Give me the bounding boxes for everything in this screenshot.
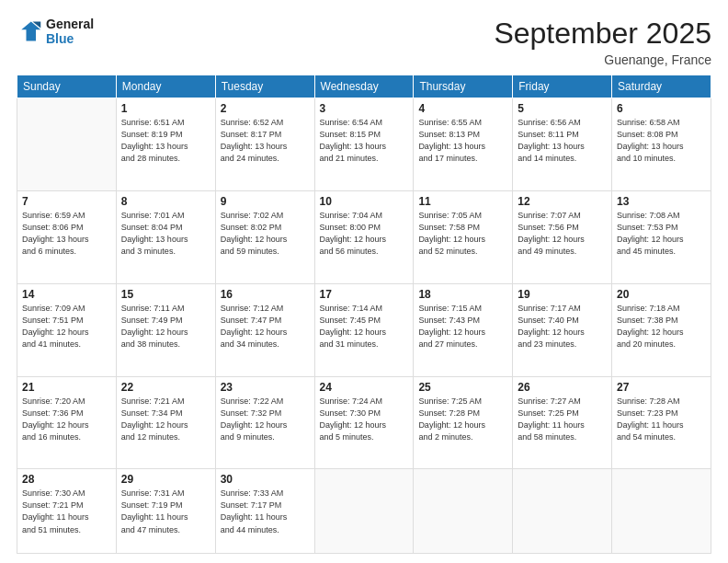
day-info: Sunrise: 7:33 AM Sunset: 7:17 PM Dayligh… — [221, 488, 310, 535]
day-info: Sunrise: 7:24 AM Sunset: 7:30 PM Dayligh… — [320, 396, 409, 443]
day-info: Sunrise: 7:05 AM Sunset: 7:58 PM Dayligh… — [418, 210, 507, 258]
day-number: 15 — [121, 288, 210, 301]
calendar-cell: 24Sunrise: 7:24 AM Sunset: 7:30 PM Dayli… — [314, 376, 414, 469]
weekday-header: Saturday — [612, 75, 711, 98]
day-number: 14 — [22, 288, 111, 301]
day-number: 6 — [617, 102, 706, 115]
day-info: Sunrise: 7:20 AM Sunset: 7:36 PM Dayligh… — [22, 396, 111, 443]
day-info: Sunrise: 6:52 AM Sunset: 8:17 PM Dayligh… — [221, 117, 310, 165]
calendar-cell: 18Sunrise: 7:15 AM Sunset: 7:43 PM Dayli… — [414, 283, 513, 376]
calendar-cell: 27Sunrise: 7:28 AM Sunset: 7:23 PM Dayli… — [612, 376, 711, 469]
calendar-cell: 29Sunrise: 7:31 AM Sunset: 7:19 PM Dayli… — [116, 469, 215, 554]
day-info: Sunrise: 7:27 AM Sunset: 7:25 PM Dayligh… — [518, 396, 607, 443]
day-info: Sunrise: 7:21 AM Sunset: 7:34 PM Dayligh… — [121, 396, 210, 443]
day-info: Sunrise: 6:58 AM Sunset: 8:08 PM Dayligh… — [617, 117, 706, 165]
day-number: 26 — [518, 381, 607, 394]
day-info: Sunrise: 7:11 AM Sunset: 7:49 PM Dayligh… — [121, 303, 210, 350]
day-info: Sunrise: 7:07 AM Sunset: 7:56 PM Dayligh… — [518, 210, 607, 258]
weekday-header: Wednesday — [314, 75, 414, 98]
weekday-header: Monday — [116, 75, 215, 98]
calendar-cell: 28Sunrise: 7:30 AM Sunset: 7:21 PM Dayli… — [17, 469, 117, 554]
day-number: 24 — [320, 381, 409, 394]
month-title: September 2025 — [494, 17, 711, 51]
day-info: Sunrise: 7:08 AM Sunset: 7:53 PM Dayligh… — [617, 210, 706, 258]
calendar-cell: 10Sunrise: 7:04 AM Sunset: 8:00 PM Dayli… — [314, 190, 414, 283]
day-number: 13 — [617, 195, 706, 208]
calendar-cell: 4Sunrise: 6:55 AM Sunset: 8:13 PM Daylig… — [414, 98, 513, 191]
title-block: September 2025 Guenange, France — [494, 17, 711, 67]
calendar-cell: 21Sunrise: 7:20 AM Sunset: 7:36 PM Dayli… — [17, 376, 117, 469]
day-number: 2 — [221, 102, 310, 115]
day-info: Sunrise: 7:04 AM Sunset: 8:00 PM Dayligh… — [320, 210, 409, 258]
day-info: Sunrise: 7:31 AM Sunset: 7:19 PM Dayligh… — [121, 488, 210, 535]
day-info: Sunrise: 7:30 AM Sunset: 7:21 PM Dayligh… — [22, 488, 111, 535]
calendar-cell: 25Sunrise: 7:25 AM Sunset: 7:28 PM Dayli… — [414, 376, 513, 469]
day-number: 18 — [418, 288, 507, 301]
day-number: 12 — [518, 195, 607, 208]
day-number: 17 — [320, 288, 409, 301]
day-number: 1 — [121, 102, 210, 115]
day-number: 25 — [418, 381, 507, 394]
calendar-cell: 16Sunrise: 7:12 AM Sunset: 7:47 PM Dayli… — [215, 283, 314, 376]
day-info: Sunrise: 7:22 AM Sunset: 7:32 PM Dayligh… — [221, 396, 310, 443]
day-info: Sunrise: 6:59 AM Sunset: 8:06 PM Dayligh… — [22, 210, 111, 258]
day-number: 11 — [418, 195, 507, 208]
day-number: 16 — [221, 288, 310, 301]
day-info: Sunrise: 6:51 AM Sunset: 8:19 PM Dayligh… — [121, 117, 210, 165]
day-number: 23 — [221, 381, 310, 394]
calendar-cell: 26Sunrise: 7:27 AM Sunset: 7:25 PM Dayli… — [513, 376, 612, 469]
day-info: Sunrise: 6:54 AM Sunset: 8:15 PM Dayligh… — [320, 117, 409, 165]
day-info: Sunrise: 7:28 AM Sunset: 7:23 PM Dayligh… — [617, 396, 706, 443]
day-info: Sunrise: 7:25 AM Sunset: 7:28 PM Dayligh… — [418, 396, 507, 443]
calendar-cell: 20Sunrise: 7:18 AM Sunset: 7:38 PM Dayli… — [612, 283, 711, 376]
day-number: 27 — [617, 381, 706, 394]
logo: General Blue — [17, 17, 94, 46]
day-number: 21 — [22, 381, 111, 394]
calendar-cell — [513, 469, 612, 554]
calendar-cell — [612, 469, 711, 554]
calendar-table: SundayMondayTuesdayWednesdayThursdayFrid… — [17, 75, 711, 554]
calendar-cell — [17, 98, 117, 191]
day-number: 5 — [518, 102, 607, 115]
day-info: Sunrise: 6:56 AM Sunset: 8:11 PM Dayligh… — [518, 117, 607, 165]
day-info: Sunrise: 6:55 AM Sunset: 8:13 PM Dayligh… — [418, 117, 507, 165]
calendar-cell: 30Sunrise: 7:33 AM Sunset: 7:17 PM Dayli… — [215, 469, 314, 554]
day-number: 3 — [320, 102, 409, 115]
calendar-cell: 17Sunrise: 7:14 AM Sunset: 7:45 PM Dayli… — [314, 283, 414, 376]
logo-icon — [17, 18, 42, 44]
logo-text: General Blue — [46, 17, 94, 46]
day-number: 8 — [121, 195, 210, 208]
day-info: Sunrise: 7:17 AM Sunset: 7:40 PM Dayligh… — [518, 303, 607, 350]
calendar-cell — [414, 469, 513, 554]
page: General Blue September 2025 Guenange, Fr… — [0, 0, 728, 563]
weekday-header: Sunday — [17, 75, 117, 98]
calendar-cell: 12Sunrise: 7:07 AM Sunset: 7:56 PM Dayli… — [513, 190, 612, 283]
calendar-week-row: 1Sunrise: 6:51 AM Sunset: 8:19 PM Daylig… — [17, 98, 711, 191]
calendar-cell: 11Sunrise: 7:05 AM Sunset: 7:58 PM Dayli… — [414, 190, 513, 283]
day-number: 19 — [518, 288, 607, 301]
day-number: 4 — [418, 102, 507, 115]
calendar-cell: 3Sunrise: 6:54 AM Sunset: 8:15 PM Daylig… — [314, 98, 414, 191]
calendar-week-row: 7Sunrise: 6:59 AM Sunset: 8:06 PM Daylig… — [17, 190, 711, 283]
weekday-header: Thursday — [414, 75, 513, 98]
day-number: 22 — [121, 381, 210, 394]
weekday-header: Tuesday — [215, 75, 314, 98]
day-number: 28 — [22, 473, 111, 486]
day-info: Sunrise: 7:12 AM Sunset: 7:47 PM Dayligh… — [221, 303, 310, 350]
calendar-cell: 8Sunrise: 7:01 AM Sunset: 8:04 PM Daylig… — [116, 190, 215, 283]
day-number: 20 — [617, 288, 706, 301]
calendar-week-row: 14Sunrise: 7:09 AM Sunset: 7:51 PM Dayli… — [17, 283, 711, 376]
calendar-cell: 6Sunrise: 6:58 AM Sunset: 8:08 PM Daylig… — [612, 98, 711, 191]
day-info: Sunrise: 7:09 AM Sunset: 7:51 PM Dayligh… — [22, 303, 111, 350]
calendar-cell: 22Sunrise: 7:21 AM Sunset: 7:34 PM Dayli… — [116, 376, 215, 469]
calendar-cell: 19Sunrise: 7:17 AM Sunset: 7:40 PM Dayli… — [513, 283, 612, 376]
header: General Blue September 2025 Guenange, Fr… — [17, 17, 711, 67]
day-info: Sunrise: 7:02 AM Sunset: 8:02 PM Dayligh… — [221, 210, 310, 258]
calendar-cell — [314, 469, 414, 554]
calendar-cell: 23Sunrise: 7:22 AM Sunset: 7:32 PM Dayli… — [215, 376, 314, 469]
day-number: 29 — [121, 473, 210, 486]
day-number: 9 — [221, 195, 310, 208]
calendar-week-row: 28Sunrise: 7:30 AM Sunset: 7:21 PM Dayli… — [17, 469, 711, 554]
calendar-cell: 2Sunrise: 6:52 AM Sunset: 8:17 PM Daylig… — [215, 98, 314, 191]
calendar-cell: 13Sunrise: 7:08 AM Sunset: 7:53 PM Dayli… — [612, 190, 711, 283]
